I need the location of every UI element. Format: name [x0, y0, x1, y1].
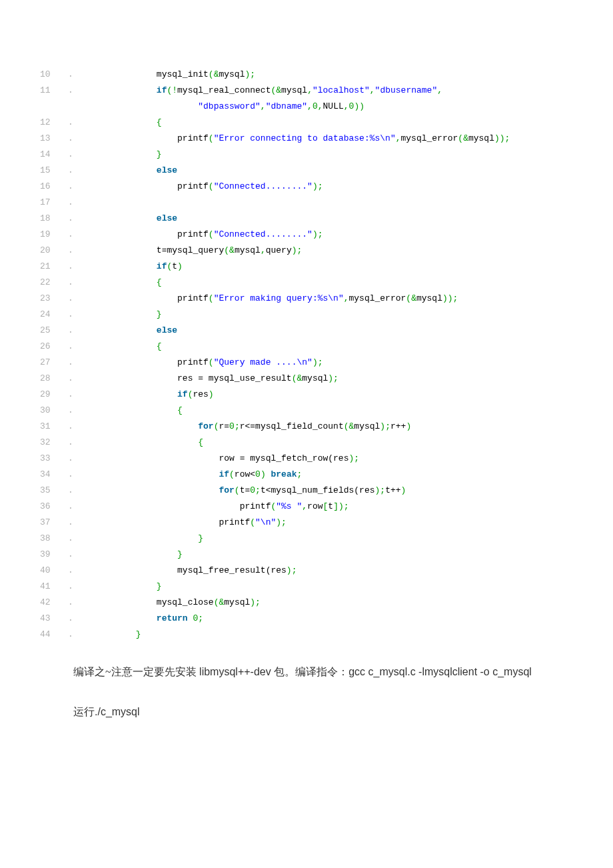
- code-text: res = mysql_use_result(&mysql);: [73, 371, 573, 387]
- line-number: 35: [40, 483, 68, 499]
- line-number: 22: [40, 275, 68, 291]
- line-number-dot: [68, 99, 73, 115]
- code-text: mysql_close(&mysql);: [73, 595, 573, 611]
- text: 编译之~注意一定要先安装: [73, 666, 197, 677]
- code-line: 13. printf("Error connecting to database…: [40, 131, 573, 147]
- code-line: 26. {: [40, 339, 573, 355]
- code-text: }: [73, 147, 573, 163]
- text: ./c_mysql: [95, 706, 140, 717]
- line-number-dot: .: [68, 387, 73, 403]
- line-number-dot: .: [68, 563, 73, 579]
- line-number-dot: .: [68, 259, 73, 275]
- code-line: 10. mysql_init(&mysql);: [40, 67, 573, 83]
- page: 10. mysql_init(&mysql);11. if(!mysql_rea…: [0, 0, 613, 749]
- line-number: 19: [40, 227, 68, 243]
- line-number: 44: [40, 627, 68, 643]
- line-number-dot: .: [68, 115, 73, 131]
- line-number-dot: .: [68, 403, 73, 419]
- code-text: {: [73, 275, 573, 291]
- code-line: 38. }: [40, 531, 573, 547]
- compile-note-paragraph: 编译之~注意一定要先安装 libmysql++-dev 包。编译指令：gcc c…: [40, 661, 573, 683]
- code-text: printf("Query made ....\n");: [73, 355, 573, 371]
- code-line: 22. {: [40, 275, 573, 291]
- code-line: "dbpassword","dbname",0,NULL,0)): [40, 99, 573, 115]
- line-number: 40: [40, 563, 68, 579]
- line-number: 14: [40, 147, 68, 163]
- code-line: 24. }: [40, 307, 573, 323]
- code-line: 20. t=mysql_query(&mysql,query);: [40, 243, 573, 259]
- line-number: 36: [40, 499, 68, 515]
- code-text: printf("Connected........");: [73, 227, 573, 243]
- line-number-dot: .: [68, 419, 73, 435]
- code-line: 27. printf("Query made ....\n");: [40, 355, 573, 371]
- line-number: 29: [40, 387, 68, 403]
- line-number: 37: [40, 515, 68, 531]
- line-number-dot: .: [68, 611, 73, 627]
- line-number-dot: .: [68, 307, 73, 323]
- line-number: 31: [40, 419, 68, 435]
- line-number: 15: [40, 163, 68, 179]
- line-number-dot: .: [68, 67, 73, 83]
- code-line: 44. }: [40, 627, 573, 643]
- code-text: for(t=0;t<mysql_num_fields(res);t++): [73, 483, 573, 499]
- code-line: 31. for(r=0;r<=mysql_field_count(&mysql)…: [40, 419, 573, 435]
- code-text: printf("Error connecting to database:%s\…: [73, 131, 573, 147]
- code-text: printf("Connected........");: [73, 179, 573, 195]
- code-text: if(row<0) break;: [73, 467, 573, 483]
- line-number-dot: .: [68, 451, 73, 467]
- code-line: 11. if(!mysql_real_connect(&mysql,"local…: [40, 83, 573, 99]
- code-line: 43. return 0;: [40, 611, 573, 627]
- code-line: 16. printf("Connected........");: [40, 179, 573, 195]
- line-number: 24: [40, 307, 68, 323]
- line-number: 13: [40, 131, 68, 147]
- code-text: {: [73, 435, 573, 451]
- line-number: 41: [40, 579, 68, 595]
- line-number-dot: .: [68, 179, 73, 195]
- code-text: mysql_init(&mysql);: [73, 67, 573, 83]
- run-note-paragraph: 运行./c_mysql: [40, 701, 573, 723]
- code-text: "dbpassword","dbname",0,NULL,0)): [73, 99, 573, 115]
- line-number-dot: .: [68, 195, 73, 211]
- line-number: 32: [40, 435, 68, 451]
- line-number: 20: [40, 243, 68, 259]
- line-number: 42: [40, 595, 68, 611]
- line-number: 26: [40, 339, 68, 355]
- line-number: 18: [40, 211, 68, 227]
- code-text: for(r=0;r<=mysql_field_count(&mysql);r++…: [73, 419, 573, 435]
- code-line: 30. {: [40, 403, 573, 419]
- line-number: 38: [40, 531, 68, 547]
- line-number: 28: [40, 371, 68, 387]
- line-number-dot: .: [68, 547, 73, 563]
- line-number: 21: [40, 259, 68, 275]
- line-number-dot: .: [68, 227, 73, 243]
- code-line: 29. if(res): [40, 387, 573, 403]
- code-block: 10. mysql_init(&mysql);11. if(!mysql_rea…: [40, 67, 573, 643]
- code-line: 28. res = mysql_use_result(&mysql);: [40, 371, 573, 387]
- code-text: printf("\n");: [73, 515, 573, 531]
- code-line: 42. mysql_close(&mysql);: [40, 595, 573, 611]
- text: 运行: [73, 706, 95, 717]
- line-number: 16: [40, 179, 68, 195]
- code-line: 25. else: [40, 323, 573, 339]
- code-text: t=mysql_query(&mysql,query);: [73, 243, 573, 259]
- line-number: 17: [40, 195, 68, 211]
- line-number-dot: .: [68, 243, 73, 259]
- line-number-dot: .: [68, 275, 73, 291]
- line-number-dot: .: [68, 483, 73, 499]
- line-number-dot: .: [68, 131, 73, 147]
- line-number-dot: .: [68, 339, 73, 355]
- line-number: 30: [40, 403, 68, 419]
- code-line: 23. printf("Error making query:%s\n",mys…: [40, 291, 573, 307]
- line-number-dot: .: [68, 579, 73, 595]
- line-number-dot: .: [68, 595, 73, 611]
- line-number: [40, 99, 68, 115]
- line-number-dot: .: [68, 291, 73, 307]
- code-line: 32. {: [40, 435, 573, 451]
- line-number: 11: [40, 83, 68, 99]
- line-number: 10: [40, 67, 68, 83]
- code-text: }: [73, 547, 573, 563]
- line-number: 25: [40, 323, 68, 339]
- line-number-dot: .: [68, 163, 73, 179]
- code-line: 17.: [40, 195, 573, 211]
- code-text: }: [73, 531, 573, 547]
